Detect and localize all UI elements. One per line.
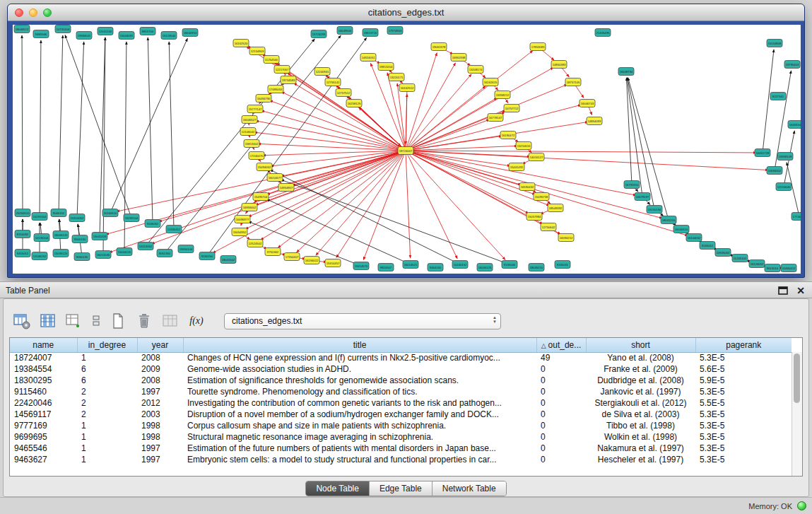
- graph-edge[interactable]: [628, 78, 654, 209]
- graph-node[interactable]: 14954807: [278, 184, 294, 192]
- graph-node[interactable]: 16258125: [346, 100, 362, 107]
- graph-node[interactable]: 15495758: [534, 193, 549, 201]
- graph-node[interactable]: 16465345: [788, 121, 801, 129]
- graph-node[interactable]: 14016127: [529, 153, 544, 161]
- graph-node[interactable]: 14924051: [360, 54, 376, 62]
- graph-node[interactable]: 9050135: [74, 253, 90, 261]
- graph-node[interactable]: 18045210: [529, 264, 544, 271]
- graph-node[interactable]: 9752462: [265, 248, 281, 256]
- graph-node[interactable]: 10135104: [34, 234, 49, 242]
- graph-node[interactable]: 9246052: [145, 220, 160, 228]
- graph-node[interactable]: 16046743: [579, 100, 595, 107]
- graph-node[interactable]: 16778147: [488, 114, 503, 122]
- table-row[interactable]: 946362711997Embryonic stem cells: a mode…: [10, 454, 792, 465]
- graph-node[interactable]: 15054952: [232, 228, 247, 236]
- table-row[interactable]: 1872400712008Changes of HCN gene express…: [10, 352, 792, 363]
- graph-node[interactable]: 15150194: [647, 206, 662, 214]
- graph-node[interactable]: 15041209: [92, 233, 107, 240]
- graph-edge[interactable]: [65, 35, 131, 218]
- float-panel-icon[interactable]: [778, 286, 788, 295]
- graph-node[interactable]: 16162512: [399, 84, 415, 92]
- graph-node[interactable]: 17740520: [792, 213, 801, 221]
- graph-node[interactable]: 15958108: [777, 153, 793, 160]
- graph-node[interactable]: 15314570: [353, 262, 369, 270]
- delete-rows-button[interactable]: [90, 311, 102, 331]
- graph-node[interactable]: 19813204: [378, 63, 394, 71]
- graph-node[interactable]: 16194022: [304, 257, 319, 264]
- graph-edge[interactable]: [354, 103, 401, 146]
- graph-node[interactable]: 21405495: [595, 29, 611, 37]
- graph-node[interactable]: 15724293: [311, 30, 326, 38]
- column-header-short[interactable]: short: [586, 338, 695, 352]
- graph-node[interactable]: 16679197: [635, 193, 650, 201]
- graph-edge[interactable]: [77, 42, 84, 218]
- graph-edge[interactable]: [763, 49, 774, 153]
- graph-node[interactable]: 11530412: [166, 226, 182, 233]
- graph-node[interactable]: 16959402: [242, 204, 257, 211]
- graph-node[interactable]: 15154808: [767, 40, 782, 47]
- graph-node[interactable]: 12154903: [249, 47, 265, 55]
- graph-node[interactable]: 9464130: [428, 264, 443, 271]
- graph-node[interactable]: 15291304: [32, 213, 47, 221]
- graph-node[interactable]: 17485053: [268, 86, 283, 93]
- graph-node[interactable]: 12210640: [776, 183, 792, 191]
- graph-node[interactable]: 13210616: [516, 142, 531, 150]
- graph-node[interactable]: 14854093: [587, 117, 602, 125]
- graph-node[interactable]: 9465546: [33, 30, 49, 38]
- graph-node[interactable]: 9051350: [157, 250, 172, 257]
- column-header-in-degree[interactable]: in_degree: [77, 338, 137, 352]
- graph-node[interactable]: 12106042: [240, 128, 256, 136]
- graph-node[interactable]: 20160510: [102, 209, 118, 217]
- graph-node[interactable]: 9505130: [72, 235, 88, 243]
- graph-edge[interactable]: [117, 151, 406, 211]
- graph-node[interactable]: 15124540: [161, 32, 177, 40]
- graph-node[interactable]: 16162520: [233, 40, 249, 47]
- column-header-pagerank[interactable]: pagerank: [695, 338, 792, 352]
- graph-node[interactable]: 19734583: [281, 76, 296, 84]
- add-column-button[interactable]: [64, 311, 84, 331]
- window-titlebar[interactable]: citations_edges.txt: [8, 4, 804, 21]
- network-graph-canvas[interactable]: 1872400716162520121549031125454012217067…: [13, 25, 801, 274]
- tab-edge-table[interactable]: Edge Table: [369, 481, 432, 496]
- graph-node[interactable]: 15044091: [119, 32, 134, 40]
- graph-node[interactable]: 19795403: [784, 61, 800, 69]
- graph-edge[interactable]: [406, 119, 490, 151]
- graph-node[interactable]: 15292104: [124, 214, 139, 222]
- table-row[interactable]: 1938455462009Genome-wide association stu…: [10, 363, 792, 375]
- graph-node[interactable]: 12240941: [314, 68, 330, 76]
- graph-node[interactable]: 18041210: [661, 216, 676, 224]
- graph-node[interactable]: 9824507: [378, 264, 394, 271]
- graph-node[interactable]: 13208174: [468, 66, 483, 74]
- table-row[interactable]: 977716911998Corpus callosum shape and si…: [10, 420, 792, 431]
- graph-edge[interactable]: [258, 144, 406, 151]
- graph-node[interactable]: 19384041: [76, 32, 92, 40]
- table-selector-dropdown[interactable]: citations_edges.txt ▲▼: [224, 313, 501, 329]
- graph-node[interactable]: 16124052: [749, 260, 765, 268]
- graph-node[interactable]: 8813704: [140, 28, 155, 35]
- graph-edge[interactable]: [151, 151, 406, 244]
- graph-node[interactable]: 14850383: [551, 61, 567, 69]
- graph-node[interactable]: 17974903: [387, 27, 403, 35]
- graph-node[interactable]: 10460412: [781, 264, 796, 272]
- graph-node[interactable]: 15314457: [325, 259, 341, 267]
- table-row[interactable]: 1830029562008Estimation of significance …: [10, 375, 792, 386]
- graph-node[interactable]: 15494052: [257, 163, 272, 171]
- graph-node[interactable]: 16045120: [53, 231, 69, 239]
- table-row[interactable]: 2242004622012Investigating the contribut…: [10, 397, 792, 409]
- graph-edge[interactable]: [406, 122, 588, 151]
- graph-node[interactable]: 18549392: [548, 204, 563, 212]
- graph-node[interactable]: 9046152: [51, 209, 66, 217]
- graph-node[interactable]: 10240152: [452, 261, 468, 269]
- graph-node[interactable]: 9246150: [199, 252, 215, 260]
- graph-node[interactable]: 9135046: [502, 261, 517, 269]
- graph-node[interactable]: 12217067: [274, 66, 290, 74]
- graph-edge[interactable]: [406, 151, 411, 258]
- graph-node[interactable]: 15950104: [178, 245, 194, 253]
- graph-node[interactable]: 19061978: [431, 43, 447, 51]
- graph-edge[interactable]: [169, 42, 174, 229]
- graph-node[interactable]: 16045125: [477, 264, 493, 271]
- table-row[interactable]: 911546021997Tourette syndrome. Phenomeno…: [10, 386, 792, 397]
- graph-node[interactable]: 12755141: [325, 78, 341, 86]
- graph-node[interactable]: 16012045: [95, 251, 111, 259]
- graph-node[interactable]: 18724007: [398, 147, 413, 155]
